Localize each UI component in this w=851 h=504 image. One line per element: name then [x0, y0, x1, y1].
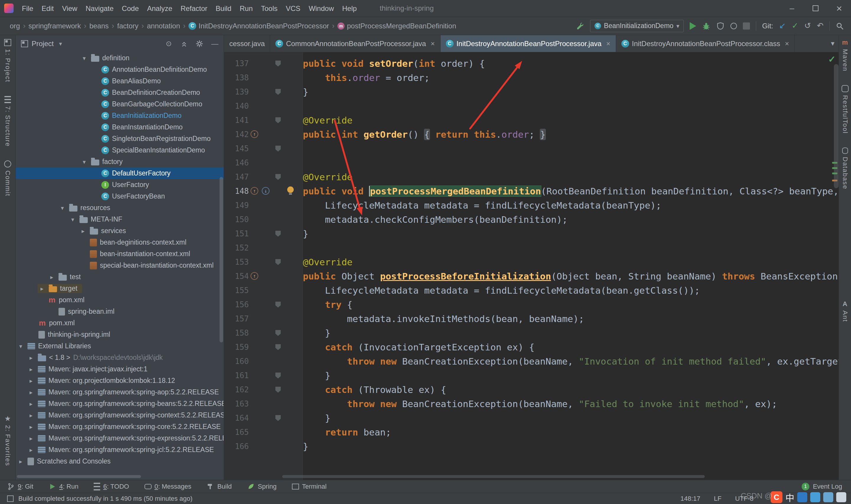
tree-item[interactable]: SingletonBeanRegistrationDemo: [16, 133, 224, 144]
tool-strip-2-favorites[interactable]: 2: Favorites: [4, 415, 12, 466]
tree-item[interactable]: bean-instantiation-context.xml: [16, 248, 224, 260]
tree-item[interactable]: Maven: javax.inject:javax.inject:1: [16, 363, 224, 375]
editor-line[interactable]: 154public Object postProcessBeforeInitia…: [224, 269, 838, 283]
close-tab-icon[interactable]: [431, 40, 435, 48]
editor-tab[interactable]: CommonAnnotationBeanPostProcessor.java: [270, 35, 440, 52]
intention-bulb-icon[interactable]: [287, 186, 294, 193]
editor-line[interactable]: 138 this.order = order;: [224, 71, 838, 85]
editor-line[interactable]: 148public void postProcessMergedBeanDefi…: [224, 184, 838, 198]
tree-item[interactable]: special-bean-instantiation-context.xml: [16, 260, 224, 271]
run-button[interactable]: [690, 22, 696, 30]
tree-item[interactable]: BeanGarbageCollectionDemo: [16, 98, 224, 110]
git-commit-check-icon[interactable]: ✓: [792, 22, 798, 30]
tree-chevron-icon[interactable]: [27, 389, 35, 396]
tree-item[interactable]: UserFactory: [16, 179, 224, 191]
tree-item[interactable]: spring-bean.iml: [16, 306, 224, 317]
breadcrumb-item[interactable]: beans: [89, 22, 108, 30]
editor-line[interactable]: 159 catch (InvocationTargetException ex)…: [224, 340, 838, 354]
editor-line[interactable]: 152: [224, 241, 838, 255]
editor-line[interactable]: 162 catch (Throwable ex) {: [224, 382, 838, 397]
hide-panel-icon[interactable]: —: [211, 40, 219, 48]
run-configuration-select[interactable]: BeanInitializationDemo: [590, 20, 684, 32]
tool-window-button[interactable]: Build: [206, 483, 232, 490]
breadcrumb-item[interactable]: springframework: [29, 22, 81, 30]
override-up-icon[interactable]: [251, 272, 258, 280]
tree-item[interactable]: Scratches and Consoles: [16, 455, 224, 467]
tool-strip-1-project[interactable]: 1: Project: [4, 39, 12, 83]
collapse-all-icon[interactable]: [180, 40, 188, 48]
tool-window-button[interactable]: Terminal: [292, 483, 327, 490]
tree-item[interactable]: test: [16, 271, 224, 283]
tree-chevron-icon[interactable]: [17, 343, 24, 350]
tree-item[interactable]: DefaultUserFactory: [16, 167, 224, 179]
tree-chevron-icon[interactable]: [27, 377, 35, 384]
tool-window-button[interactable]: 4: Run: [49, 483, 78, 490]
tree-item[interactable]: < 1.8 >D:\workspace\devtools\jdk\jdk: [16, 352, 224, 363]
breadcrumb-item[interactable]: factory: [117, 22, 138, 30]
tree-item[interactable]: resources: [16, 202, 224, 214]
line-separator[interactable]: LF: [714, 495, 722, 503]
status-icon[interactable]: [7, 496, 14, 502]
menu-file[interactable]: File: [18, 0, 38, 17]
coverage-shield-icon[interactable]: [716, 22, 725, 30]
tree-item[interactable]: Maven: org.springframework:spring-beans:…: [16, 398, 224, 410]
tree-item[interactable]: Maven: org.springframework:spring-aop:5.…: [16, 386, 224, 398]
menu-analyze[interactable]: Analyze: [143, 0, 176, 17]
chevron-down-icon[interactable]: [57, 40, 65, 47]
tree-chevron-icon[interactable]: [27, 446, 35, 453]
tool-strip-maven[interactable]: Maven: [841, 39, 849, 72]
editor-line[interactable]: 141@Override: [224, 113, 838, 127]
menu-window[interactable]: Window: [305, 0, 338, 17]
hidden-tabs-chevron-icon[interactable]: [831, 39, 834, 48]
tree-chevron-icon[interactable]: [27, 366, 35, 373]
project-vertical-scrollbar[interactable]: [220, 177, 223, 342]
editor-line[interactable]: 142public int getOrder() { return this.o…: [224, 127, 838, 142]
tree-item[interactable]: Maven: org.projectlombok:lombok:1.18.12: [16, 375, 224, 386]
editor-tab[interactable]: InitDestroyAnnotationBeanPostProcessor.j…: [440, 35, 616, 52]
inspections-ok-icon[interactable]: [828, 54, 836, 65]
profiler-icon[interactable]: [730, 23, 737, 29]
breadcrumb-item[interactable]: org: [10, 22, 20, 30]
tree-chevron-icon[interactable]: [69, 216, 76, 223]
tree-item[interactable]: BeanDefinitionCreationDemo: [16, 87, 224, 98]
tree-chevron-icon[interactable]: [27, 400, 35, 408]
editor-line[interactable]: 147@Override: [224, 170, 838, 184]
editor-line[interactable]: 155 LifecycleMetadata metadata = findLif…: [224, 283, 838, 298]
tool-window-button[interactable]: 0: Messages: [144, 483, 192, 490]
tool-strip-restfultool[interactable]: RestfulTool: [841, 85, 849, 134]
maximize-icon[interactable]: [804, 0, 827, 17]
project-panel-title[interactable]: Project: [32, 40, 54, 48]
tree-item[interactable]: Maven: org.springframework:spring-core:5…: [16, 421, 224, 432]
editor-vertical-scrollbar[interactable]: [834, 64, 838, 188]
editor-line[interactable]: 151}: [224, 227, 838, 241]
editor-line[interactable]: 164 }: [224, 411, 838, 425]
tree-item[interactable]: UserFactoryBean: [16, 191, 224, 202]
tree-item[interactable]: META-INF: [16, 214, 224, 225]
tree-item[interactable]: Maven: org.springframework:spring-jcl:5.…: [16, 444, 224, 455]
breadcrumb-method[interactable]: postProcessMergedBeanDefinition: [338, 22, 456, 30]
debug-icon[interactable]: [702, 22, 710, 30]
menu-tools[interactable]: Tools: [257, 0, 282, 17]
breadcrumb-class[interactable]: InitDestroyAnnotationBeanPostProcessor: [188, 22, 329, 30]
tree-item[interactable]: thinking-in-spring.iml: [16, 329, 224, 340]
editor[interactable]: 137public void setOrder(int order) {138 …: [224, 52, 838, 480]
menu-run[interactable]: Run: [236, 0, 257, 17]
menu-view[interactable]: View: [58, 0, 82, 17]
tree-item[interactable]: pom.xml: [16, 294, 224, 306]
tree-chevron-icon[interactable]: [80, 55, 88, 62]
tree-item[interactable]: bean-deginitions-context.xml: [16, 237, 224, 248]
editor-line[interactable]: 160 throw new BeanCreationException(bean…: [224, 354, 838, 368]
project-horizontal-scrollbar[interactable]: [17, 475, 141, 478]
menu-edit[interactable]: Edit: [38, 0, 58, 17]
tool-strip-ant[interactable]: Ant: [841, 301, 849, 322]
breadcrumb-item[interactable]: annotation: [147, 22, 180, 30]
tool-strip-database[interactable]: Database: [841, 147, 849, 190]
tree-chevron-icon[interactable]: [27, 354, 35, 361]
tool-window-button[interactable]: 6: TODO: [94, 483, 129, 490]
locate-icon[interactable]: ⊙: [165, 40, 173, 48]
tree-chevron-icon[interactable]: [58, 204, 66, 212]
tree-item[interactable]: BeanInstantiationDemo: [16, 122, 224, 133]
override-up-icon[interactable]: [251, 187, 258, 195]
menu-code[interactable]: Code: [117, 0, 143, 17]
editor-line[interactable]: 157 metadata.invokeInitMethods(bean, bea…: [224, 312, 838, 326]
